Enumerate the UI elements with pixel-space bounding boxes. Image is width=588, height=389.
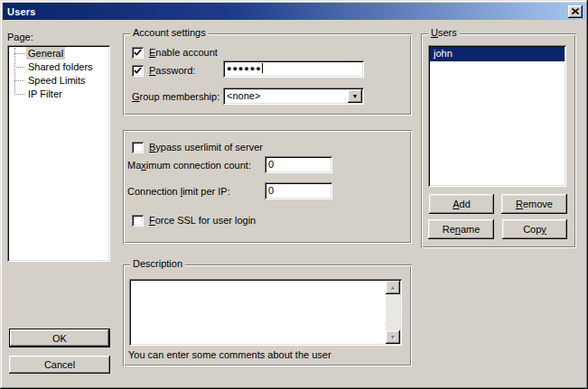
close-icon: [572, 8, 579, 14]
connection-per-ip-input[interactable]: 0: [265, 182, 332, 199]
bypass-userlimit-row: Bypass userlimit of server: [132, 142, 263, 153]
force-ssl-row: Force SSL for user login: [132, 215, 256, 227]
enable-account-label[interactable]: Enable account: [149, 47, 218, 59]
chevron-down-icon: ▼: [352, 93, 359, 99]
description-textarea[interactable]: ▲ ▼: [129, 279, 402, 346]
tree-item-general[interactable]: General: [7, 47, 110, 60]
max-connection-value: 0: [268, 159, 274, 170]
group-membership-value: <none>: [227, 89, 260, 102]
enable-account-checkbox[interactable]: [132, 47, 144, 59]
users-list[interactable]: john: [428, 45, 566, 187]
users-group: Users john Add Remove Rename Copy: [421, 33, 576, 248]
description-group: Description ▲ ▼ You can enter some comme…: [123, 264, 412, 366]
password-input[interactable]: ●●●●●●: [223, 60, 364, 78]
enable-account-row: Enable account: [132, 47, 218, 59]
users-dialog: Users Page: General Shared folders Speed…: [0, 0, 588, 389]
rename-button[interactable]: Rename: [428, 219, 494, 239]
arrow-down-icon: ▼: [390, 334, 397, 340]
description-hint: You can enter some comments about the us…: [128, 349, 331, 360]
title-bar[interactable]: Users: [3, 3, 585, 20]
user-list-item[interactable]: john: [430, 47, 565, 61]
password-value: ●●●●●●: [227, 64, 262, 73]
password-label[interactable]: Password:: [149, 65, 195, 77]
group-membership-combobox[interactable]: <none> ▼: [223, 88, 364, 105]
ok-button[interactable]: OK: [9, 329, 110, 347]
tree-item-ip-filter[interactable]: IP Filter: [7, 88, 110, 101]
scroll-down-button[interactable]: ▼: [386, 330, 400, 344]
bypass-userlimit-checkbox[interactable]: [132, 142, 144, 153]
force-ssl-label[interactable]: Force SSL for user login: [149, 215, 256, 227]
page-label: Page:: [7, 32, 33, 42]
remove-button[interactable]: Remove: [501, 194, 567, 214]
bypass-userlimit-label[interactable]: Bypass userlimit of server: [149, 142, 263, 153]
text-caret: [262, 63, 263, 73]
add-button[interactable]: Add: [429, 194, 494, 214]
account-settings-group: Account settings Enable account Password…: [123, 33, 412, 116]
max-connection-input[interactable]: 0: [265, 156, 332, 173]
max-connection-label: Maximum connection count:: [127, 160, 251, 171]
scroll-up-button[interactable]: ▲: [386, 281, 400, 294]
password-checkbox[interactable]: [132, 65, 144, 77]
group-membership-dropdown-button[interactable]: ▼: [348, 89, 362, 103]
connection-per-ip-value: 0: [268, 185, 274, 196]
window-title: Users: [7, 6, 568, 17]
cancel-button[interactable]: Cancel: [9, 356, 110, 374]
copy-button[interactable]: Copy: [502, 219, 567, 239]
tree-item-shared-folders[interactable]: Shared folders: [7, 60, 110, 74]
tree-item-speed-limits[interactable]: Speed Limits: [7, 74, 110, 88]
check-icon: [134, 49, 142, 57]
page-tree[interactable]: General Shared folders Speed Limits IP F…: [7, 45, 110, 262]
close-button[interactable]: [568, 5, 583, 18]
password-row: Password:: [132, 65, 195, 77]
account-settings-caption: Account settings: [130, 27, 209, 39]
connection-per-ip-label: Connection limit per IP:: [127, 186, 230, 197]
limits-group: Bypass userlimit of server Maximum conne…: [123, 130, 412, 244]
arrow-up-icon: ▲: [390, 284, 397, 291]
check-icon: [134, 67, 142, 75]
scroll-track[interactable]: [386, 294, 400, 330]
force-ssl-checkbox[interactable]: [132, 215, 144, 227]
description-caption: Description: [130, 258, 185, 270]
description-scrollbar[interactable]: ▲ ▼: [386, 281, 400, 344]
user-name: john: [434, 48, 453, 59]
group-membership-label: Group membership:: [132, 91, 219, 102]
users-caption: Users: [428, 27, 460, 39]
